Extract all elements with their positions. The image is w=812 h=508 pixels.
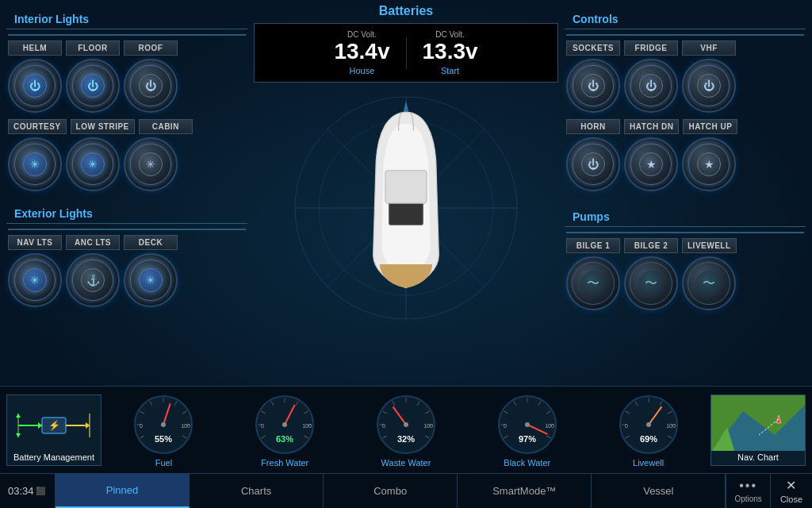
tab-smartmode-label: SmartMode™ — [492, 485, 556, 497]
roof-button[interactable]: ROOF — [124, 40, 178, 56]
options-button[interactable]: ••• Options — [726, 474, 769, 508]
pumps-buttons: BILGE 1 BILGE 2 LIVEWELL — [565, 238, 806, 253]
vhf-knob[interactable]: ⏻ — [682, 59, 736, 113]
anc-lts-knob[interactable]: ⚓ — [66, 253, 120, 307]
nav-lts-knob[interactable]: ✳ — [8, 253, 62, 307]
house-voltage: 13.4v — [334, 39, 389, 64]
tab-vessel[interactable]: Vessel — [592, 474, 726, 508]
battery-display: DC Volt. 13.4v House DC Volt. 13.3v Star… — [254, 23, 558, 83]
nav-lts-button[interactable]: NAV LTS — [8, 235, 62, 250]
fuel-label: Fuel — [155, 458, 172, 468]
power-icon: ⏻ — [588, 158, 599, 171]
svg-text:100: 100 — [182, 423, 191, 429]
svg-marker-17 — [16, 414, 21, 418]
tab-combo[interactable]: Combo — [324, 474, 458, 508]
horn-button[interactable]: HORN — [566, 119, 620, 134]
bilge1-button[interactable]: BILGE 1 — [566, 238, 620, 253]
tab-smartmode[interactable]: SmartMode™ — [458, 474, 592, 508]
hatch-dn-knob[interactable]: ★ — [624, 137, 678, 191]
start-voltage: 13.3v — [423, 39, 478, 64]
interior-lights-title: Interior Lights — [6, 6, 247, 29]
floor-button[interactable]: FLOOR — [66, 40, 120, 56]
courtesy-button[interactable]: COURTESY — [8, 119, 67, 134]
svg-text:55%: 55% — [155, 434, 172, 444]
svg-point-32 — [161, 422, 166, 427]
fuel-gauge-circle: 100 0 55% — [132, 393, 195, 456]
tab-combo-label: Combo — [373, 485, 407, 497]
svg-marker-18 — [16, 433, 21, 437]
horn-knob[interactable]: ⏻ — [566, 137, 620, 191]
svg-text:0: 0 — [382, 423, 385, 429]
power-icon: ⏻ — [29, 79, 40, 92]
controls-section: Controls SOCKETS FRIDGE VHF ⏻ ⏻ ⏻ HORN — [565, 6, 806, 198]
svg-text:100: 100 — [545, 423, 554, 429]
low-stripe-button[interactable]: LOW STRIPE — [71, 119, 135, 134]
battery-management-label: Battery Management — [13, 452, 94, 462]
pump-icon: 〜 — [587, 275, 599, 292]
batteries-title: Batteries — [254, 4, 558, 18]
close-button[interactable]: ✕ Close — [770, 474, 812, 508]
bilge2-button[interactable]: BILGE 2 — [624, 238, 678, 253]
interior-lights-row1-knobs: ⏻ ⏻ ⏻ — [6, 59, 247, 113]
waste-water-gauge: 100 0 32% Waste Water — [347, 393, 465, 468]
interior-lights-section: Interior Lights HELM FLOOR ROOF ⏻ ⏻ ⏻ — [6, 6, 247, 198]
start-battery: DC Volt. 13.3v Start — [423, 30, 478, 75]
hatch-up-knob[interactable]: ★ — [682, 137, 736, 191]
svg-text:0: 0 — [504, 423, 507, 429]
star-icon: ★ — [646, 158, 657, 171]
star-icon: ★ — [704, 158, 714, 171]
bilge1-knob[interactable]: 〜 — [566, 256, 620, 310]
nav-chart-widget[interactable]: Nav. Chart — [710, 394, 806, 466]
center-panel: Batteries DC Volt. 13.4v House DC Volt. … — [254, 0, 558, 386]
livewell-gauge-svg: 100 0 69% — [617, 393, 680, 456]
bottom-bar: ⚡ Battery Management — [0, 386, 812, 473]
fridge-knob[interactable]: ⏻ — [624, 59, 678, 113]
pumps-knobs: 〜 〜 〜 — [565, 256, 806, 310]
vhf-button[interactable]: VHF — [682, 40, 736, 56]
tab-pinned-label: Pinned — [106, 484, 138, 496]
nav-chart-map — [711, 395, 806, 452]
waste-water-label: Waste Water — [381, 458, 431, 468]
svg-point-47 — [282, 422, 287, 427]
black-water-gauge-svg: 100 0 97% — [496, 393, 559, 456]
tab-pinned[interactable]: Pinned — [56, 474, 190, 508]
roof-knob[interactable]: ⏻ — [124, 59, 178, 113]
deck-knob[interactable]: ✳ — [124, 253, 178, 307]
controls-row2-knobs: ⏻ ★ ★ — [565, 137, 806, 191]
livewell-knob[interactable]: 〜 — [682, 256, 736, 310]
interior-lights-row1-buttons: HELM FLOOR ROOF — [6, 40, 247, 56]
helm-knob[interactable]: ⏻ — [8, 59, 62, 113]
cabin-button[interactable]: CABIN — [139, 119, 193, 134]
svg-point-62 — [404, 422, 408, 427]
bilge2-knob[interactable]: 〜 — [624, 256, 678, 310]
cabin-knob[interactable]: ✳ — [124, 137, 178, 191]
svg-text:63%: 63% — [276, 434, 293, 444]
battery-diagram: ⚡ — [10, 398, 98, 452]
hatch-up-button[interactable]: HATCH UP — [683, 119, 737, 134]
hatch-dn-button[interactable]: HATCH DN — [624, 119, 679, 134]
livewell-label: Livewell — [633, 458, 664, 468]
svg-marker-12 — [38, 422, 42, 429]
deck-button[interactable]: DECK — [124, 235, 178, 250]
svg-text:0: 0 — [625, 423, 628, 429]
exterior-lights-section: Exterior Lights NAV LTS ANC LTS DECK ✳ ⚓… — [6, 201, 247, 314]
start-battery-name: Start — [423, 66, 478, 75]
fresh-water-gauge: 100 0 63% Fresh Water — [226, 393, 344, 468]
floor-knob[interactable]: ⏻ — [66, 59, 120, 113]
sockets-knob[interactable]: ⏻ — [566, 59, 620, 113]
sockets-button[interactable]: SOCKETS — [566, 40, 620, 56]
tab-charts[interactable]: Charts — [190, 474, 324, 508]
options-dots: ••• — [739, 479, 757, 493]
livewell-button[interactable]: LIVEWELL — [682, 238, 737, 253]
nav-chart-background — [711, 395, 805, 451]
nav-chart-label: Nav. Chart — [711, 451, 805, 465]
fridge-button[interactable]: FRIDGE — [624, 40, 678, 56]
courtesy-knob[interactable]: ✳ — [8, 137, 62, 191]
low-stripe-knob[interactable]: ✳ — [66, 137, 120, 191]
close-label: Close — [780, 495, 802, 504]
boat-visualization — [327, 89, 485, 327]
helm-button[interactable]: HELM — [8, 40, 62, 56]
battery-management-widget[interactable]: ⚡ Battery Management — [6, 394, 102, 466]
anc-lts-button[interactable]: ANC LTS — [66, 235, 120, 250]
svg-text:97%: 97% — [519, 434, 536, 444]
